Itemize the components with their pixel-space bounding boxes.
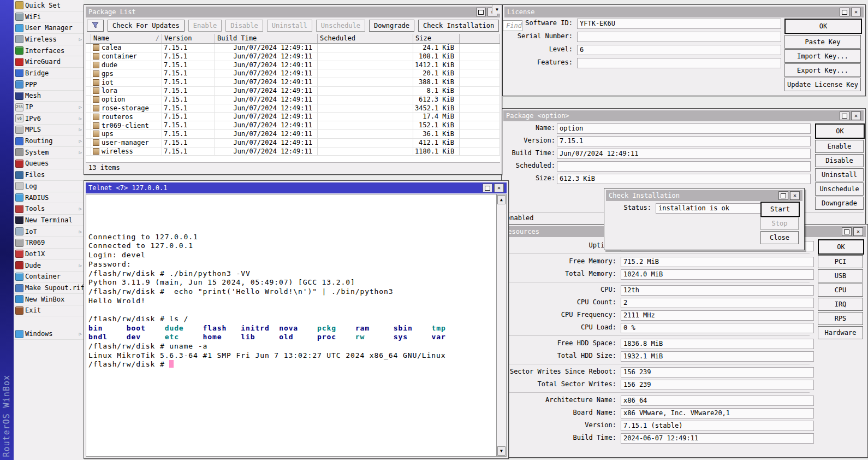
check-for-updates-button[interactable]: Check For Updates	[108, 20, 185, 32]
resources-field-free-memory[interactable]: 715.2 MiB	[621, 257, 814, 267]
column-header-blank[interactable]	[86, 34, 91, 43]
check-installation-button[interactable]: Check Installation	[418, 20, 499, 32]
package-field-version[interactable]: 7.15.1	[557, 136, 811, 146]
find-input[interactable]: Find	[503, 20, 522, 31]
license-paste-key-button[interactable]: Paste Key	[784, 35, 861, 49]
license-titlebar[interactable]: License ✕	[504, 7, 864, 17]
sidebar-item-system[interactable]: System▷	[14, 147, 84, 158]
package-list-titlebar[interactable]: Package List ✕	[86, 7, 500, 17]
column-header-build-time[interactable]: Build Time	[215, 34, 318, 43]
sidebar-item-ipv6[interactable]: v6IPv6▷	[14, 113, 84, 125]
column-header-name[interactable]: Name∕	[91, 34, 162, 43]
close-icon[interactable]: ✕	[790, 191, 800, 200]
resources-field-free-hdd-space[interactable]: 1836.8 MiB	[621, 339, 814, 349]
package-downgrade-button[interactable]: Downgrade	[815, 197, 864, 210]
sidebar-item-make-supout-rif[interactable]: Make Supout.rif	[14, 282, 84, 294]
terminal-content[interactable]: Connecting to 127.0.0.1Connected to 127.…	[86, 194, 507, 457]
license-field-serial-number[interactable]	[577, 32, 781, 42]
resources-field-sector-writes-since-reboot[interactable]: 156 239	[621, 367, 814, 378]
resources-field-cpu[interactable]: 12th	[621, 285, 814, 296]
sidebar-item-windows[interactable]: Windows▷	[14, 328, 84, 340]
sidebar-item-routing[interactable]: Routing▷	[14, 135, 84, 147]
maximize-icon[interactable]	[840, 111, 849, 120]
sidebar-item-user-manager[interactable]: User Manager	[14, 22, 84, 34]
package-row-gps[interactable]: gps7.15.1Jun/07/2024 12:49:1120.1 KiB	[86, 69, 500, 78]
maximize-icon[interactable]	[476, 8, 486, 16]
sidebar-item-ppp[interactable]: PPP	[14, 79, 84, 91]
package-row-tr069-client[interactable]: tr069-client7.15.1Jun/07/2024 12:49:1115…	[86, 121, 500, 130]
package-row-lora[interactable]: lora7.15.1Jun/07/2024 12:49:118.1 KiB	[86, 87, 500, 96]
enable-button[interactable]: Enable	[188, 20, 222, 32]
filter-button[interactable]	[87, 20, 104, 32]
resources-usb-button[interactable]: USB	[818, 269, 863, 282]
sidebar-item-mpls[interactable]: MPLS▷	[14, 125, 84, 136]
sidebar-item-tools[interactable]: Tools▷	[14, 203, 84, 215]
sidebar-item-container[interactable]: Container	[14, 272, 84, 283]
sidebar-item-ip[interactable]: 255IP▷	[14, 102, 84, 113]
sidebar-item-tr069[interactable]: TR069	[14, 237, 84, 249]
sidebar-item-wireless[interactable]: Wireless▷	[14, 34, 84, 45]
license-export-key-button[interactable]: Export Key...	[784, 63, 861, 77]
resources-field-architecture-name[interactable]: x86_64	[621, 396, 814, 406]
column-header-size[interactable]: Size	[413, 34, 460, 43]
package-enable-button[interactable]: Enable	[815, 140, 864, 153]
package-uninstall-button[interactable]: Uninstall	[815, 168, 864, 181]
sidebar-item-radius[interactable]: RADIUS	[14, 192, 84, 204]
license-field-level[interactable]: 6	[577, 45, 781, 55]
scroll-up-icon[interactable]: ▲	[497, 195, 506, 204]
resources-field-cpu-count[interactable]: 2	[621, 298, 814, 308]
sidebar-item-interfaces[interactable]: Interfaces	[14, 45, 84, 57]
sidebar-item-dude[interactable]: Dude▷	[14, 260, 84, 272]
resources-field-total-sector-writes[interactable]: 156 239	[621, 380, 814, 390]
package-row-routeros[interactable]: routeros7.15.1Jun/07/2024 12:49:1117.4 M…	[86, 113, 500, 121]
downgrade-button[interactable]: Downgrade	[369, 20, 414, 32]
telnet-titlebar[interactable]: Telnet <7> 127.0.0.1 ✕	[86, 182, 507, 193]
license-field-software-id[interactable]: YFTK-EK6U	[577, 19, 781, 29]
sidebar-item-new-winbox[interactable]: New WinBox	[14, 294, 84, 305]
status-value-box[interactable]: installation is ok	[656, 203, 765, 214]
resources-hardware-button[interactable]: Hardware	[818, 326, 863, 339]
license-field-features[interactable]	[577, 58, 781, 68]
package-field-build-time[interactable]: Jun/07/2024 12:49:11	[557, 149, 811, 159]
package-row-user-manager[interactable]: user-manager7.15.1Jun/07/2024 12:49:1141…	[86, 139, 500, 148]
resources-cpu-button[interactable]: CPU	[818, 284, 863, 297]
sidebar-item-bridge[interactable]: Bridge	[14, 68, 84, 79]
license-import-key-button[interactable]: Import Key...	[784, 49, 861, 63]
package-option-titlebar[interactable]: Package <option> ✕	[503, 110, 864, 121]
sidebar-item-iot[interactable]: IoT▷	[14, 226, 84, 238]
check-installation-stop-button[interactable]: Stop	[760, 217, 799, 230]
package-row-option[interactable]: option7.15.1Jun/07/2024 12:49:11612.3 Ki…	[86, 96, 500, 104]
sidebar-item-queues[interactable]: Queues	[14, 158, 84, 170]
package-field-size[interactable]: 612.3 KiB	[557, 174, 811, 184]
package-row-dude[interactable]: dude7.15.1Jun/07/2024 12:49:111412.1 KiB	[86, 61, 500, 70]
package-row-iot[interactable]: iot7.15.1Jun/07/2024 12:49:11388.1 KiB	[86, 78, 500, 87]
resources-ok-button[interactable]: OK	[818, 239, 864, 255]
maximize-icon[interactable]	[483, 184, 492, 192]
resources-field-board-name[interactable]: x86 VMware, Inc. VMware20,1	[621, 408, 814, 418]
package-row-rose-storage[interactable]: rose-storage7.15.1Jun/07/2024 12:49:1134…	[86, 104, 500, 113]
close-icon[interactable]: ✕	[851, 111, 861, 120]
maximize-icon[interactable]	[840, 8, 849, 16]
package-row-wireless[interactable]: wireless7.15.1Jun/07/2024 12:49:111180.1…	[86, 148, 500, 156]
resources-field-build-time[interactable]: 2024-06-07 12:49:11	[621, 433, 814, 444]
uninstall-button[interactable]: Uninstall	[267, 20, 312, 32]
sidebar-item-wireguard[interactable]: WireGuard	[14, 56, 84, 68]
license-update-license-key-button[interactable]: Update License Key	[784, 78, 861, 91]
close-icon[interactable]: ✕	[851, 8, 861, 16]
sidebar-item-exit[interactable]: Exit	[14, 305, 84, 317]
package-field-scheduled[interactable]	[557, 161, 811, 172]
unschedule-button[interactable]: Unschedule	[316, 20, 365, 32]
license-ok-button[interactable]: OK	[784, 19, 862, 34]
resources-field-cpu-load[interactable]: 0 %	[621, 323, 814, 333]
maximize-icon[interactable]	[778, 191, 788, 200]
resources-field-version[interactable]: 7.15.1 (stable)	[621, 421, 814, 431]
column-select-dropdown[interactable]: ▼	[492, 5, 502, 14]
sidebar-item-new-terminal[interactable]: New Terminal	[14, 215, 84, 226]
package-field-name[interactable]: option	[557, 123, 811, 134]
package-disable-button[interactable]: Disable	[815, 154, 864, 167]
scroll-down-icon[interactable]: ▼	[497, 446, 506, 456]
check-installation-close-button[interactable]: Close	[760, 231, 799, 244]
sidebar-item-wifi[interactable]: WiFi	[14, 11, 84, 23]
close-icon[interactable]: ✕	[853, 227, 863, 236]
column-header-version[interactable]: Version	[162, 34, 215, 43]
